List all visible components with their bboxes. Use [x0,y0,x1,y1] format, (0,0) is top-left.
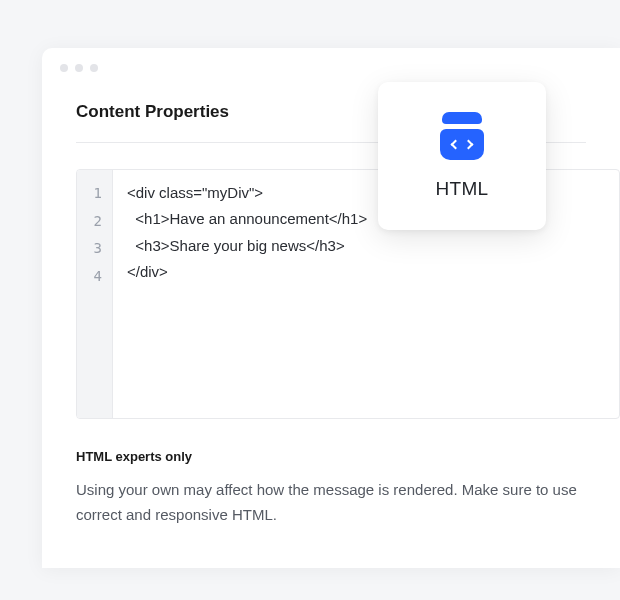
window-dot-icon [90,64,98,72]
html-block-card[interactable]: HTML [378,82,546,230]
code-line: <h1>Have an announcement</h1> [127,210,367,227]
window-dot-icon [75,64,83,72]
code-line: <h3>Share your big news</h3> [127,237,345,254]
code-line: <div class="myDiv"> [127,184,263,201]
card-label: HTML [436,178,489,200]
code-line: </div> [127,263,168,280]
line-number-gutter: 1 2 3 4 [77,170,113,418]
line-number: 2 [77,208,112,236]
line-number: 3 [77,235,112,263]
line-number: 4 [77,263,112,291]
line-number: 1 [77,180,112,208]
chevron-left-icon [451,139,461,149]
chevron-right-icon [464,139,474,149]
section-subheading: HTML experts only [42,419,620,464]
icon-lid [442,112,482,124]
html-block-icon [434,112,490,160]
window-traffic-lights [42,48,620,72]
icon-body [440,129,484,160]
window-dot-icon [60,64,68,72]
section-body-text: Using your own may affect how the messag… [42,464,620,528]
